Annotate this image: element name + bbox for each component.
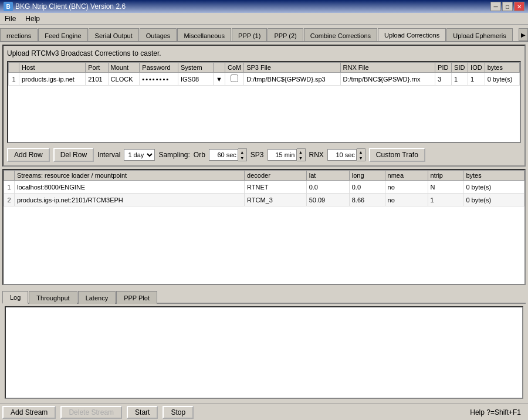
delete-stream-button[interactable]: Delete Stream <box>60 406 122 419</box>
stream-nmea-1: no <box>385 181 428 194</box>
cell-com[interactable] <box>225 73 243 86</box>
log-section: Log Throughput Latency PPP Plot <box>2 287 526 401</box>
tab-serial-output[interactable]: Serial Output <box>89 28 139 42</box>
tab-log[interactable]: Log <box>2 291 28 304</box>
orb-input[interactable] <box>209 149 238 161</box>
interval-select[interactable]: 1 day <box>124 149 155 161</box>
cell-rnxfile[interactable]: D:/tmp/BNC${GPSWD}.rnx <box>340 73 435 86</box>
sampling-label: Sampling: <box>158 151 189 159</box>
cell-mount[interactable]: CLOCK <box>108 73 140 86</box>
cell-pid[interactable]: 3 <box>435 73 452 86</box>
tab-throughput[interactable]: Throughput <box>29 291 77 304</box>
stream-col-lat: lat <box>306 171 349 181</box>
menu-bar: File Help <box>0 13 528 25</box>
title-bar: B BKG Ntrip Client (BNC) Version 2.6 ─ □… <box>0 0 528 13</box>
tab-miscellaneous[interactable]: Miscellaneous <box>177 28 231 42</box>
sp3-label: SP3 <box>251 151 264 159</box>
del-row-button[interactable]: Del Row <box>53 148 94 162</box>
com-checkbox[interactable] <box>231 74 238 82</box>
stream-col-resource: Streams: resource loader / mountpoint <box>15 171 245 181</box>
cell-dropdown[interactable]: ▼ <box>213 73 225 86</box>
streams-panel: Streams: resource loader / mountpoint de… <box>2 169 526 285</box>
col-host: Host <box>19 63 86 73</box>
rnx-input[interactable] <box>327 149 357 161</box>
tab-ppp-plot[interactable]: PPP Plot <box>116 291 157 304</box>
stream-lat-1: 0.0 <box>306 181 349 194</box>
cell-host[interactable]: products.igs-ip.net <box>19 73 86 86</box>
tab-latency[interactable]: Latency <box>78 291 116 304</box>
orb-up-btn[interactable]: ▲ <box>238 149 246 155</box>
stop-button[interactable]: Stop <box>163 406 194 419</box>
stream-col-nmea: nmea <box>385 171 428 181</box>
stream-ntrip-2: 1 <box>428 194 463 206</box>
cell-sid[interactable]: 1 <box>452 73 468 86</box>
cell-password[interactable]: •••••••• <box>140 73 178 86</box>
cell-iod[interactable]: 1 <box>468 73 485 86</box>
status-bar: Add Stream Delete Stream Start Stop Help… <box>0 404 528 420</box>
tab-upload-ephemeris[interactable]: Upload Ephemeris <box>446 28 513 42</box>
rnx-up-btn[interactable]: ▲ <box>357 149 365 155</box>
cell-rownum: 1 <box>9 73 19 86</box>
menu-file[interactable]: File <box>2 14 18 23</box>
orb-spin: ▲ ▼ <box>209 148 247 161</box>
menu-help[interactable]: Help <box>23 14 42 23</box>
stream-col-ntrip: ntrip <box>428 171 463 181</box>
minimize-button[interactable]: ─ <box>490 2 501 11</box>
orb-down-btn[interactable]: ▼ <box>238 155 246 161</box>
col-iod: IOD <box>468 63 485 73</box>
sp3-input[interactable] <box>268 149 297 161</box>
stream-decoder-2: RTCM_3 <box>245 194 307 206</box>
tab-corrections[interactable]: rrections <box>0 28 38 42</box>
stream-col-decoder: decoder <box>245 171 307 181</box>
tab-ppp2[interactable]: PPP (2) <box>268 28 303 42</box>
table-row: 1 products.igs-ip.net 2101 CLOCK •••••••… <box>9 73 520 86</box>
col-com: CoM <box>225 63 243 73</box>
start-button[interactable]: Start <box>127 406 158 419</box>
tab-ppp1[interactable]: PPP (1) <box>232 28 267 42</box>
stream-nmea-2: no <box>385 194 428 206</box>
tab-outages[interactable]: Outages <box>140 28 177 42</box>
sp3-up-btn[interactable]: ▲ <box>297 149 305 155</box>
stream-long-1: 0.0 <box>349 181 385 194</box>
stream-long-2: 8.66 <box>349 194 385 206</box>
upload-table-container: Host Port Mount Password System CoM SP3 … <box>7 61 521 143</box>
tab-bar: rrections Feed Engine Serial Output Outa… <box>0 25 528 42</box>
rnx-spin: ▲ ▼ <box>327 148 365 161</box>
stream-decoder-1: RTNET <box>245 181 307 194</box>
controls-row: Add Row Del Row Interval 1 day Sampling:… <box>7 145 521 162</box>
log-area <box>5 306 523 399</box>
streams-table: Streams: resource loader / mountpoint de… <box>4 170 524 206</box>
help-text: Help ?=Shift+F1 <box>470 408 521 416</box>
col-pid: PID <box>435 63 452 73</box>
close-button[interactable]: ✕ <box>514 2 524 11</box>
cell-system[interactable]: IGS08 <box>178 73 213 86</box>
stream-col-long: long <box>349 171 385 181</box>
rnx-down-btn[interactable]: ▼ <box>357 155 365 161</box>
tab-feed-engine[interactable]: Feed Engine <box>38 28 87 42</box>
maximize-button[interactable]: □ <box>502 2 513 11</box>
tab-nav-right[interactable]: ▶ <box>519 28 528 41</box>
col-rnxfile: RNX File <box>340 63 435 73</box>
sp3-spin: ▲ ▼ <box>268 148 306 161</box>
stream-resource-1: localhost:8000/ENGINE <box>15 181 245 194</box>
stream-row: 1 localhost:8000/ENGINE RTNET 0.0 0.0 no… <box>4 181 524 194</box>
stream-rownum-1: 1 <box>4 181 15 194</box>
cell-sp3file[interactable]: D:/tmp/BNC${GPSWD}.sp3 <box>244 73 340 86</box>
tab-upload-corrections[interactable]: Upload Corrections <box>378 28 446 42</box>
col-bytes: bytes <box>485 63 519 73</box>
rnx-label: RNX <box>309 151 324 159</box>
col-password: Password <box>140 63 178 73</box>
add-stream-button[interactable]: Add Stream <box>2 406 56 419</box>
custom-trafo-button[interactable]: Custom Trafo <box>369 148 425 162</box>
upload-table: Host Port Mount Password System CoM SP3 … <box>8 62 520 86</box>
col-port: Port <box>86 63 108 73</box>
interval-label: Interval <box>97 151 120 159</box>
tab-combine-corrections[interactable]: Combine Corrections <box>304 28 377 42</box>
upload-corrections-panel: Upload RTCMv3 Broadcast Corrections to c… <box>2 45 526 167</box>
cell-port[interactable]: 2101 <box>86 73 108 86</box>
sp3-down-btn[interactable]: ▼ <box>297 155 305 161</box>
stream-bytes-2: 0 byte(s) <box>463 194 524 206</box>
window-title: BKG Ntrip Client (BNC) Version 2.6 <box>15 2 126 11</box>
add-row-button[interactable]: Add Row <box>7 148 50 162</box>
streams-table-container: Streams: resource loader / mountpoint de… <box>4 170 524 284</box>
